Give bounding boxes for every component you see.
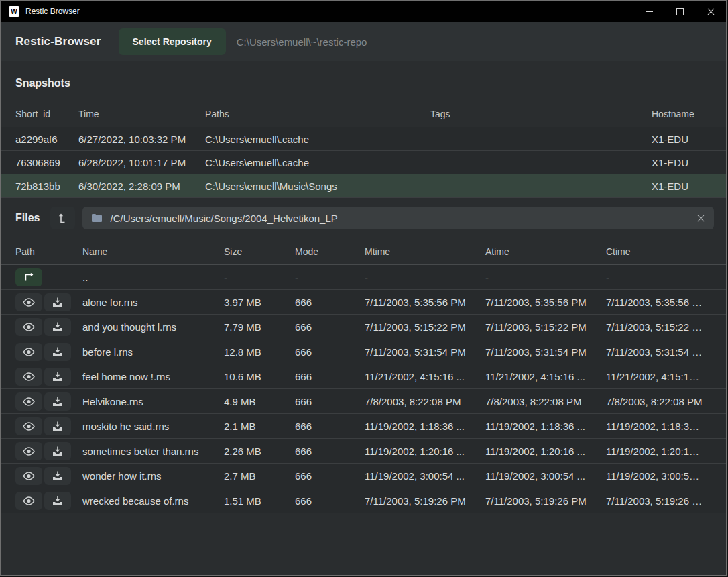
file-ctime: 7/11/2003, 5:31:54 PM bbox=[606, 346, 711, 358]
file-size: 4.9 MB bbox=[224, 396, 295, 407]
download-icon bbox=[52, 496, 63, 506]
file-ctime: 11/19/2002, 1:20:16 ... bbox=[606, 445, 711, 457]
file-row: feel home now !.rns 10.6 MB 666 11/21/20… bbox=[1, 364, 726, 388]
file-mode: 666 bbox=[295, 297, 365, 308]
file-name: feel home now !.rns bbox=[82, 371, 224, 382]
file-atime: 11/19/2002, 1:18:36 ... bbox=[485, 421, 606, 432]
column-header: Hostname bbox=[652, 109, 711, 119]
maximize-button[interactable] bbox=[664, 1, 695, 22]
column-header: Mtime bbox=[365, 246, 485, 257]
preview-file-button[interactable] bbox=[15, 467, 42, 485]
preview-file-button[interactable] bbox=[15, 368, 42, 386]
file-mtime: 7/8/2003, 8:22:08 PM bbox=[365, 396, 485, 407]
file-mtime: - bbox=[365, 272, 485, 283]
header-bar: Restic-Browser Select Repository C:\User… bbox=[1, 22, 726, 61]
file-row: wrecked because of.rns 1.51 MB 666 7/11/… bbox=[1, 488, 726, 513]
file-mode: 666 bbox=[295, 421, 365, 432]
app-logo-icon: W bbox=[9, 6, 19, 17]
select-repository-button[interactable]: Select Repository bbox=[119, 28, 226, 55]
file-size: 10.6 MB bbox=[224, 371, 295, 382]
snapshot-row[interactable]: 76306869 6/28/2022, 10:01:17 PM C:\Users… bbox=[1, 150, 726, 174]
current-path: /C/Users/emuell/Music/Songs/2004_Helveti… bbox=[110, 213, 689, 224]
download-icon bbox=[52, 471, 63, 481]
file-row: and you thought l.rns 7.79 MB 666 7/11/2… bbox=[1, 314, 726, 339]
download-file-button[interactable] bbox=[44, 343, 71, 361]
download-file-button[interactable] bbox=[44, 368, 71, 386]
file-size: 2.1 MB bbox=[224, 421, 295, 432]
file-atime: 7/11/2003, 5:19:26 PM bbox=[485, 495, 606, 507]
snapshot-short-id: a2299af6 bbox=[15, 134, 78, 145]
file-size: 1.51 MB bbox=[224, 495, 295, 507]
preview-file-button[interactable] bbox=[15, 318, 42, 336]
file-name: moskito he said.rns bbox=[82, 421, 224, 432]
file-row: moskito he said.rns 2.1 MB 666 11/19/200… bbox=[1, 413, 726, 438]
download-icon bbox=[52, 372, 63, 382]
file-ctime: 7/11/2003, 5:19:26 PM bbox=[606, 495, 711, 507]
download-file-button[interactable] bbox=[44, 318, 71, 336]
go-up-button[interactable] bbox=[50, 207, 75, 229]
file-atime: 11/19/2002, 1:20:16 ... bbox=[485, 445, 606, 457]
download-file-button[interactable] bbox=[44, 492, 71, 510]
file-mode: 666 bbox=[295, 346, 365, 358]
file-mode: 666 bbox=[295, 321, 365, 333]
column-header: Size bbox=[224, 246, 295, 257]
preview-file-button[interactable] bbox=[15, 492, 42, 510]
preview-file-button[interactable] bbox=[15, 442, 42, 460]
preview-file-button[interactable] bbox=[15, 417, 42, 435]
download-icon bbox=[52, 322, 63, 332]
repository-path: C:\Users\emuell\~\restic-repo bbox=[237, 36, 367, 48]
column-header: Paths bbox=[205, 109, 430, 119]
file-mode: 666 bbox=[295, 495, 365, 507]
preview-file-button[interactable] bbox=[15, 293, 42, 311]
go-up-arrow-icon bbox=[58, 213, 68, 223]
download-file-button[interactable] bbox=[44, 392, 71, 411]
eye-icon bbox=[23, 298, 35, 307]
file-size: 12.8 MB bbox=[224, 346, 295, 358]
file-ctime: 7/11/2003, 5:35:56 PM bbox=[606, 297, 711, 308]
column-header: Ctime bbox=[606, 246, 711, 257]
file-atime: 11/19/2002, 3:00:54 ... bbox=[485, 470, 606, 482]
file-mode: 666 bbox=[295, 396, 365, 407]
snapshot-row[interactable]: 72b813bb 6/30/2022, 2:28:09 PM C:\Users\… bbox=[1, 174, 726, 197]
download-file-button[interactable] bbox=[44, 442, 71, 460]
file-name: wonder how it.rns bbox=[82, 470, 224, 482]
download-icon bbox=[52, 397, 63, 407]
file-name: before l.rns bbox=[82, 346, 224, 358]
snapshot-row[interactable]: a2299af6 6/27/2022, 10:03:32 PM C:\Users… bbox=[1, 127, 726, 150]
snapshots-table-body: a2299af6 6/27/2022, 10:03:32 PM C:\Users… bbox=[1, 127, 726, 198]
file-name: and you thought l.rns bbox=[82, 321, 224, 333]
files-table-body: alone for.rns 3.97 MB 666 7/11/2003, 5:3… bbox=[1, 289, 726, 513]
folder-icon bbox=[91, 213, 103, 223]
file-size: 3.97 MB bbox=[224, 297, 295, 308]
file-size: 2.7 MB bbox=[224, 470, 295, 482]
file-atime: - bbox=[485, 272, 606, 283]
file-mtime: 7/11/2003, 5:35:56 PM bbox=[365, 297, 485, 308]
clear-path-icon[interactable] bbox=[696, 214, 705, 223]
download-file-button[interactable] bbox=[44, 417, 71, 435]
snapshot-short-id: 72b813bb bbox=[15, 180, 78, 192]
file-mode: 666 bbox=[295, 371, 365, 382]
path-input[interactable]: /C/Users/emuell/Music/Songs/2004_Helveti… bbox=[82, 207, 714, 229]
file-mtime: 7/11/2003, 5:15:22 PM bbox=[365, 321, 485, 333]
file-ctime: 7/8/2003, 8:22:08 PM bbox=[606, 396, 711, 407]
maximize-icon bbox=[676, 8, 684, 15]
preview-file-button[interactable] bbox=[15, 392, 42, 411]
eye-icon bbox=[23, 372, 35, 381]
files-table-header: PathNameSizeModeMtimeAtimeCtime bbox=[1, 239, 726, 265]
app-window: W Restic Browser Restic-Browser Select R… bbox=[0, 0, 727, 576]
download-file-button[interactable] bbox=[44, 467, 71, 485]
download-file-button[interactable] bbox=[44, 293, 71, 311]
eye-icon bbox=[23, 472, 35, 480]
file-mtime: 11/19/2002, 3:00:54 ... bbox=[365, 470, 485, 482]
file-name[interactable]: .. bbox=[82, 272, 224, 283]
download-icon bbox=[52, 421, 63, 431]
file-mtime: 7/11/2003, 5:19:26 PM bbox=[365, 495, 485, 507]
close-button[interactable] bbox=[695, 1, 726, 22]
minimize-button[interactable] bbox=[633, 1, 664, 22]
file-size: - bbox=[224, 272, 295, 283]
snapshot-paths: C:\Users\emuell\.cache bbox=[205, 157, 430, 168]
preview-file-button[interactable] bbox=[15, 343, 42, 361]
parent-dir-button[interactable] bbox=[15, 268, 42, 286]
download-icon bbox=[52, 347, 63, 357]
snapshot-paths: C:\Users\emuell\Music\Songs bbox=[205, 180, 430, 192]
